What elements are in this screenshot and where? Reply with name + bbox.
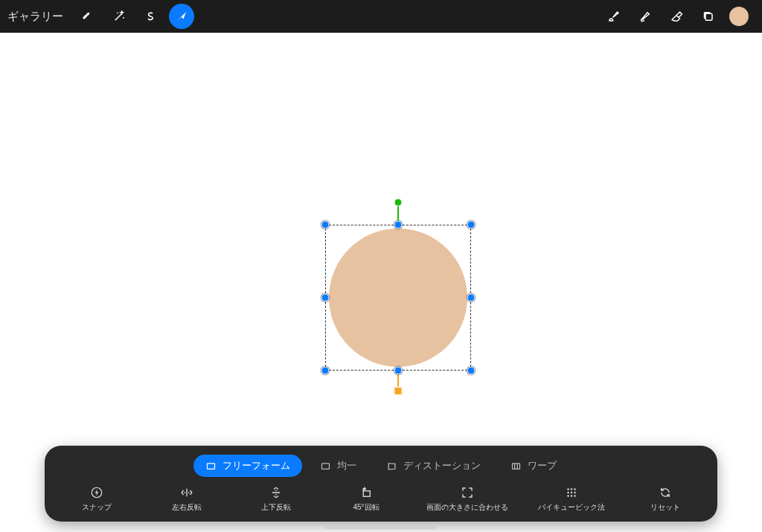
- rotate-handle[interactable]: [394, 199, 403, 207]
- flip-h-icon: [180, 486, 193, 499]
- wand-icon[interactable]: [106, 4, 132, 29]
- rect-icon: [386, 461, 397, 472]
- top-toolbar: ギャラリー: [0, 0, 762, 33]
- action-reset[interactable]: リセット: [635, 486, 695, 513]
- svg-rect-6: [363, 491, 370, 497]
- grid-dots-icon: [565, 486, 578, 499]
- mode-label: 均一: [337, 459, 356, 472]
- action-label: スナップ: [82, 502, 112, 513]
- selection-bounding-box[interactable]: [325, 225, 471, 371]
- svg-point-11: [571, 492, 572, 493]
- transform-mode-row: フリーフォーム 均一 ディストーション ワープ: [45, 446, 717, 481]
- mode-warp[interactable]: ワープ: [499, 455, 569, 477]
- rect-icon: [205, 461, 217, 472]
- svg-point-13: [567, 495, 569, 496]
- brush-icon[interactable]: [601, 4, 627, 29]
- action-flip-horizontal[interactable]: 左右反転: [157, 486, 217, 513]
- fit-icon: [461, 486, 474, 499]
- action-label: 画面の大きさに合わせる: [426, 502, 508, 513]
- action-label: リセット: [650, 502, 680, 513]
- transform-arrow-icon[interactable]: [169, 4, 194, 29]
- mode-label: ディストーション: [403, 459, 481, 472]
- select-s-icon[interactable]: [138, 4, 163, 29]
- selection-outline: [325, 225, 471, 371]
- eraser-icon[interactable]: [664, 4, 689, 29]
- reset-icon: [659, 486, 672, 499]
- handle-bottom-middle[interactable]: [394, 367, 403, 375]
- mode-label: ワープ: [528, 459, 557, 472]
- svg-point-7: [567, 488, 569, 490]
- action-label: バイキュービック法: [538, 502, 605, 513]
- rotate-45-icon: [359, 486, 373, 499]
- svg-point-15: [574, 495, 575, 496]
- gallery-button[interactable]: ギャラリー: [7, 10, 63, 24]
- flip-v-icon: [269, 486, 283, 499]
- action-bicubic[interactable]: バイキュービック法: [538, 486, 605, 513]
- mode-distortion[interactable]: ディストーション: [374, 455, 493, 477]
- wrench-icon[interactable]: [75, 4, 100, 29]
- mode-uniform[interactable]: 均一: [308, 455, 368, 477]
- handle-top-left[interactable]: [321, 221, 330, 229]
- action-label: 左右反転: [172, 502, 202, 513]
- transform-panel: フリーフォーム 均一 ディストーション ワープ スナップ 左右反転 上下反転: [45, 446, 717, 522]
- rect-icon: [320, 461, 331, 472]
- bolt-icon: [90, 486, 103, 499]
- svg-point-10: [567, 492, 569, 493]
- home-indicator: [325, 525, 437, 529]
- svg-rect-2: [208, 463, 215, 469]
- svg-point-12: [574, 492, 575, 493]
- svg-point-9: [574, 488, 575, 490]
- handle-bottom-right[interactable]: [467, 367, 476, 375]
- handle-top-middle[interactable]: [394, 221, 403, 229]
- smudge-icon[interactable]: [633, 4, 658, 29]
- action-fit-to-screen[interactable]: 画面の大きさに合わせる: [426, 486, 508, 513]
- color-swatch[interactable]: [726, 4, 752, 29]
- svg-point-8: [571, 488, 572, 490]
- handle-bottom-left[interactable]: [321, 367, 330, 375]
- action-rotate-45[interactable]: 45°回転: [336, 486, 396, 513]
- handle-middle-left[interactable]: [321, 294, 330, 302]
- svg-rect-1: [705, 13, 712, 20]
- action-snap[interactable]: スナップ: [67, 486, 127, 513]
- anchor-handle[interactable]: [394, 387, 403, 395]
- svg-rect-4: [513, 463, 520, 469]
- layers-icon[interactable]: [695, 4, 720, 29]
- handle-middle-right[interactable]: [467, 294, 476, 302]
- action-label: 上下反転: [261, 502, 291, 513]
- action-label: 45°回転: [353, 502, 379, 513]
- action-flip-vertical[interactable]: 上下反転: [246, 486, 306, 513]
- svg-point-14: [571, 495, 572, 496]
- mode-freeform[interactable]: フリーフォーム: [193, 455, 302, 477]
- rect-icon: [510, 461, 522, 472]
- handle-top-right[interactable]: [467, 221, 476, 229]
- transform-actions-row: スナップ 左右反転 上下反転 45°回転 画面の大きさに合わせる バイキュービッ…: [45, 481, 717, 513]
- mode-label: フリーフォーム: [222, 459, 290, 472]
- svg-rect-3: [322, 463, 330, 469]
